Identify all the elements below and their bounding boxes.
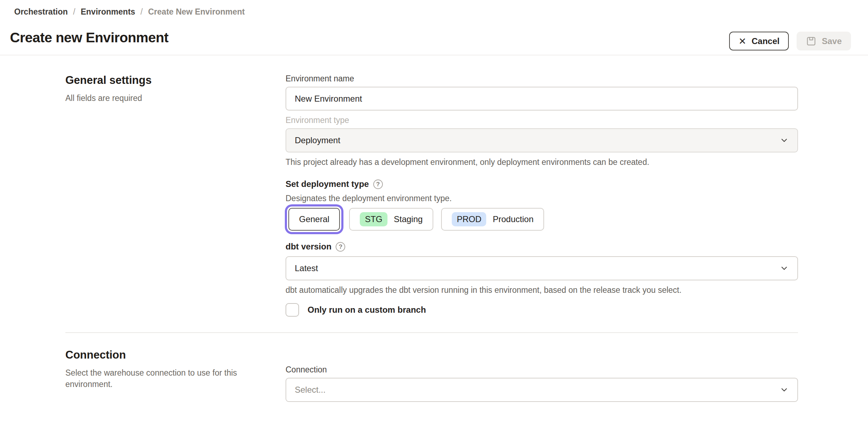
general-settings-section: General settings All fields are required… [0, 73, 868, 317]
breadcrumb-separator: / [141, 7, 143, 17]
chevron-down-icon [780, 264, 789, 273]
deployment-type-general-label: General [299, 214, 329, 224]
custom-branch-label[interactable]: Only run on a custom branch [308, 305, 426, 315]
dbt-version-select[interactable]: Latest [286, 256, 798, 280]
save-button[interactable]: Save [797, 32, 851, 50]
general-settings-form: Environment name Environment type Deploy… [286, 73, 798, 317]
environment-type-select[interactable]: Deployment [286, 128, 798, 152]
help-icon[interactable]: ? [336, 242, 345, 252]
general-settings-subheading: All fields are required [65, 92, 245, 104]
deployment-type-staging-label: Staging [394, 214, 423, 224]
connection-placeholder: Select... [295, 385, 326, 395]
deployment-type-label: Set deployment type [286, 179, 369, 189]
deployment-type-production-label: Production [493, 214, 533, 224]
breadcrumb-separator: / [73, 7, 75, 17]
deployment-type-staging-button[interactable]: STG Staging [349, 208, 433, 231]
general-settings-heading: General settings [65, 73, 264, 87]
section-divider [65, 332, 798, 333]
cancel-label: Cancel [752, 36, 780, 46]
connection-intro: Connection Select the warehouse connecti… [65, 348, 286, 402]
dbt-version-label-row: dbt version ? [286, 241, 798, 253]
deployment-type-options: General STG Staging PROD Production [286, 208, 798, 231]
environment-type-field: Environment type Deployment This project… [286, 115, 798, 167]
page-title: Create new Environment [10, 30, 168, 45]
dbt-version-label: dbt version [286, 242, 331, 252]
header-actions: ✕ Cancel Save [729, 32, 851, 50]
environment-name-field: Environment name [286, 73, 798, 111]
environment-type-helper: This project already has a development e… [286, 157, 798, 167]
custom-branch-checkbox[interactable] [286, 303, 299, 317]
connection-form: Connection Select... [286, 348, 798, 402]
dbt-version-field: dbt version ? Latest dbt automatically u… [286, 241, 798, 295]
general-settings-intro: General settings All fields are required [65, 73, 286, 317]
help-icon[interactable]: ? [373, 179, 383, 189]
custom-branch-field: Only run on a custom branch [286, 303, 798, 317]
cancel-button[interactable]: ✕ Cancel [729, 32, 789, 50]
dbt-version-value: Latest [295, 263, 318, 273]
save-label: Save [822, 36, 842, 46]
production-badge: PROD [452, 212, 486, 226]
deployment-type-helper: Designates the deployment environment ty… [286, 193, 798, 204]
breadcrumb-current-page: Create New Environment [148, 7, 245, 17]
staging-badge: STG [360, 212, 387, 226]
environment-name-label: Environment name [286, 73, 798, 84]
dbt-version-helper: dbt automatically upgrades the dbt versi… [286, 285, 798, 295]
chevron-down-icon [780, 385, 789, 394]
deployment-type-production-button[interactable]: PROD Production [441, 208, 544, 231]
close-icon: ✕ [738, 37, 746, 46]
deployment-type-label-row: Set deployment type ? [286, 178, 798, 190]
deployment-type-field: Set deployment type ? Designates the dep… [286, 178, 798, 231]
connection-section: Connection Select the warehouse connecti… [0, 348, 868, 402]
breadcrumb-environments[interactable]: Environments [81, 7, 135, 17]
create-environment-page: Orchestration / Environments / Create Ne… [0, 0, 868, 402]
connection-label: Connection [286, 364, 798, 375]
breadcrumb: Orchestration / Environments / Create Ne… [14, 7, 245, 17]
breadcrumb-orchestration[interactable]: Orchestration [14, 7, 68, 17]
chevron-down-icon [780, 136, 789, 145]
connection-select[interactable]: Select... [286, 378, 798, 402]
deployment-type-general-button[interactable]: General [288, 208, 340, 231]
main-content: General settings All fields are required… [0, 55, 868, 402]
environment-type-label: Environment type [286, 115, 798, 125]
environment-name-input[interactable] [286, 87, 798, 111]
connection-heading: Connection [65, 348, 264, 362]
environment-type-value: Deployment [295, 135, 340, 145]
page-header: Orchestration / Environments / Create Ne… [0, 0, 868, 55]
connection-subheading: Select the warehouse connection to use f… [65, 367, 245, 390]
save-icon [806, 36, 817, 47]
